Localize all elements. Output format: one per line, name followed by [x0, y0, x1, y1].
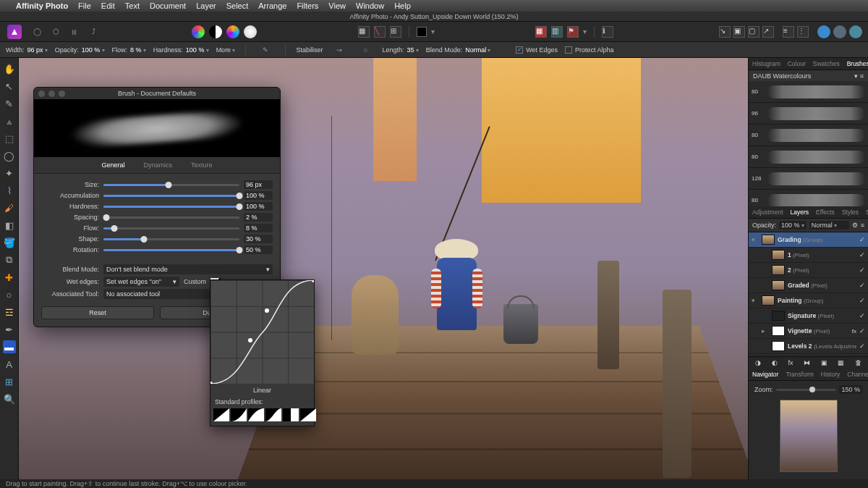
tab-stock[interactable]: Stock [862, 206, 868, 218]
snap-caret-icon[interactable]: ▾ [583, 28, 587, 35]
tab-effects[interactable]: Effects [812, 206, 838, 218]
layer-delete-icon[interactable]: 🗑 [855, 359, 861, 366]
slider[interactable] [103, 206, 239, 208]
persona-develop-icon[interactable]: ⬡ [49, 25, 62, 38]
layer-visible-checkbox[interactable]: ✓ [859, 266, 865, 274]
menu-file[interactable]: File [78, 1, 91, 10]
tab-texture[interactable]: Texture [188, 160, 216, 170]
help-toolbar-icon[interactable] [849, 25, 862, 38]
menu-view[interactable]: View [328, 1, 346, 10]
brush-preset[interactable]: 128 [749, 168, 868, 190]
layer-row[interactable]: Graded (Pixel) ✓ [749, 278, 868, 293]
slider[interactable] [103, 184, 239, 186]
hardness-value[interactable]: 100 % [186, 46, 209, 54]
slider-value[interactable]: 96 px [244, 180, 273, 189]
layer-disclosure-icon[interactable]: ▾ [752, 297, 759, 304]
navigator-preview[interactable] [780, 400, 838, 472]
menu-edit[interactable]: Edit [101, 1, 115, 10]
layer-disclosure-icon[interactable]: ▸ [762, 327, 769, 335]
tab-histogram[interactable]: Histogram [749, 58, 784, 70]
brush-category-select[interactable]: DAUB Watercolours▾ ≡ [749, 70, 868, 81]
distribute-icon[interactable]: ⋮ [797, 26, 809, 38]
marquee-tool-icon[interactable]: ◯ [3, 149, 16, 162]
snapping-force-icon[interactable]: ⊞ [390, 26, 401, 38]
layer-adjust-icon[interactable]: ◐ [772, 359, 778, 366]
tab-transform[interactable]: Transform [782, 369, 817, 380]
wet-edges-checkbox[interactable]: ✓ [516, 46, 523, 54]
paint-brush-tool-icon[interactable]: 🖌 [3, 201, 16, 214]
brush-preset[interactable]: 80 [749, 81, 868, 103]
tab-channels[interactable]: Channels [843, 369, 868, 380]
layer-fx-icon[interactable]: fx [788, 359, 793, 366]
brush-preset[interactable]: 80 [749, 125, 868, 146]
tab-brushes[interactable]: Brushes [843, 58, 868, 70]
dialog-titlebar[interactable]: Brush - Document Defaults [34, 88, 280, 99]
layer-row[interactable]: Signature (Pixel) ✓ [749, 308, 868, 324]
opacity-value[interactable]: 100 % [82, 46, 105, 54]
lab-icon[interactable] [226, 25, 239, 38]
crop-tool-icon[interactable]: ⟁ [3, 114, 16, 127]
menu-layer[interactable]: Layer [196, 1, 216, 10]
move-tool-icon[interactable]: ↖ [3, 80, 16, 93]
healing-tool-icon[interactable]: ✚ [3, 271, 16, 284]
slider-value[interactable]: 30 % [244, 235, 273, 243]
persona-tone-icon[interactable]: ⫼ [68, 25, 81, 38]
profile-preset[interactable] [248, 408, 264, 421]
layer-row[interactable]: ▾ Painting (Group) ✓ [749, 293, 868, 308]
flood-select-tool-icon[interactable]: ✦ [3, 167, 16, 180]
slider-value[interactable]: 100 % [244, 202, 273, 211]
menu-text[interactable]: Text [125, 1, 140, 10]
layers-opacity-value[interactable]: 100 % [779, 221, 807, 230]
persona-photo-icon[interactable] [7, 25, 22, 39]
tab-navigator[interactable]: Navigator [749, 369, 782, 380]
curve-editor[interactable] [210, 280, 314, 384]
app-menu[interactable]: Affinity Photo [16, 1, 68, 10]
snap-icon[interactable]: ⚑ [567, 26, 579, 38]
stabiliser-window-icon[interactable]: ○ [359, 43, 372, 56]
profile-preset[interactable] [231, 408, 247, 421]
layer-visible-checkbox[interactable]: ✓ [859, 297, 865, 304]
layer-visible-checkbox[interactable]: ✓ [859, 282, 865, 289]
tab-styles[interactable]: Styles [838, 206, 862, 218]
zoom-slider[interactable] [776, 389, 837, 391]
tab-adjustment[interactable]: Adjustment [749, 206, 787, 218]
layers-blend-value[interactable]: Normal [809, 221, 849, 230]
tab-swatches[interactable]: Swatches [809, 58, 843, 70]
tab-dynamics[interactable]: Dynamics [141, 160, 176, 170]
layer-visible-checkbox[interactable]: ✓ [859, 327, 865, 335]
layer-group-icon[interactable]: ▣ [821, 359, 827, 366]
slider-value[interactable]: 2 % [244, 213, 273, 222]
pressure-icon[interactable]: ✎ [259, 43, 272, 56]
brush-preset[interactable]: 80 [749, 146, 868, 168]
align-icon[interactable]: ≡ [783, 26, 794, 38]
more-button[interactable]: More [216, 46, 236, 54]
layer-list[interactable]: ▾ Grading (Group) ✓ 1 (Pixel) ✓ 2 (Pixel… [749, 232, 868, 356]
mesh-tool-icon[interactable]: ⊞ [3, 375, 16, 388]
soft-proof-icon[interactable] [244, 25, 257, 38]
slider[interactable] [103, 216, 239, 219]
flow-value[interactable]: 8 % [130, 46, 146, 54]
layer-row[interactable]: Levels 2 (Levels Adjustment) ✓ [749, 339, 868, 354]
colour-picker-tool-icon[interactable]: ✎ [3, 97, 16, 110]
swatch-caret-icon[interactable]: ▾ [431, 28, 435, 35]
arrange-back-icon[interactable]: ↘ [719, 26, 731, 38]
layer-visible-checkbox[interactable]: ✓ [859, 251, 865, 258]
dlg-blend-select[interactable]: Don't set blend mode▾ [103, 264, 273, 274]
tab-layers[interactable]: Layers [787, 206, 813, 218]
brush-preset-list[interactable]: 8096808012880 [749, 81, 868, 206]
fill-tool-icon[interactable]: 🪣 [3, 236, 16, 249]
brush-preset[interactable]: 96 [749, 103, 868, 125]
layer-mask-icon[interactable]: ◑ [755, 359, 761, 366]
snapping-diag-icon[interactable]: ╲ [374, 26, 386, 38]
arrange-ungroup-icon[interactable]: ▢ [748, 26, 760, 38]
reset-button[interactable]: Reset [41, 306, 154, 319]
layer-visible-checkbox[interactable]: ✓ [859, 342, 865, 350]
greyscale-icon[interactable] [209, 25, 222, 38]
colour-swatch[interactable] [417, 27, 427, 37]
slider[interactable] [103, 238, 239, 240]
pen-tool-icon[interactable]: ✒ [3, 323, 16, 336]
layer-disclosure-icon[interactable]: ▾ [752, 236, 759, 243]
grid-icon[interactable]: ▥ [551, 26, 563, 38]
menu-window[interactable]: Window [356, 1, 384, 10]
colour-wheel-icon[interactable] [192, 25, 205, 38]
